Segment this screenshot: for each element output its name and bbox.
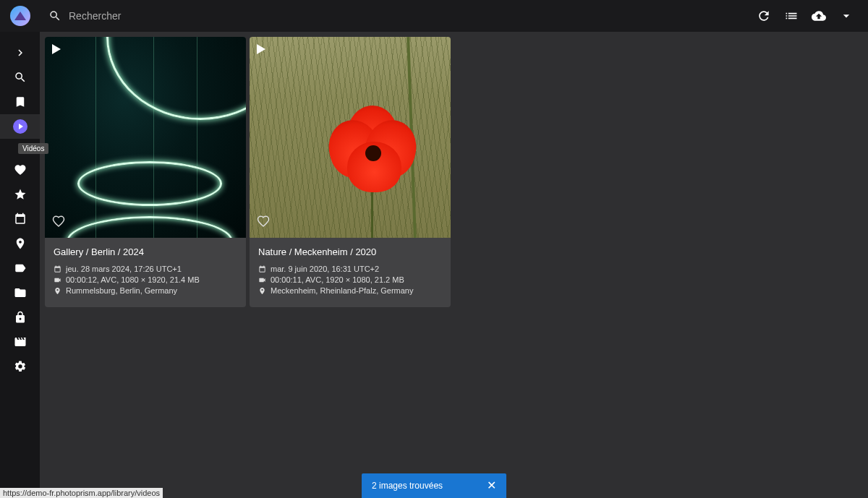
nav-library[interactable] — [0, 330, 40, 354]
card-video-meta: 00:00:11, AVC, 1920 × 1080, 21.2 MB — [271, 275, 404, 284]
nav-tooltip: Vidéos — [18, 143, 48, 154]
app-logo[interactable] — [0, 0, 40, 32]
play-circle-icon — [13, 119, 27, 134]
card-date: mar. 9 juin 2020, 16:31 UTC+2 — [271, 265, 379, 273]
nav-folders[interactable] — [0, 280, 40, 305]
nav-albums[interactable] — [0, 90, 40, 114]
nav-videos[interactable] — [0, 114, 40, 139]
play-icon — [52, 44, 61, 54]
card-video-meta: 00:00:12, AVC, 1080 × 1920, 21.4 MB — [66, 275, 200, 284]
location-icon — [258, 287, 266, 295]
nav-moments[interactable] — [0, 182, 40, 207]
video-card[interactable]: Gallery / Berlin / 2024 jeu. 28 mars 202… — [45, 37, 246, 307]
play-icon — [257, 44, 265, 54]
content-grid: Gallery / Berlin / 2024 jeu. 28 mars 202… — [40, 32, 868, 498]
favorite-toggle[interactable] — [257, 215, 270, 231]
video-thumbnail[interactable] — [250, 37, 451, 238]
nav-search[interactable] — [0, 65, 40, 90]
snackbar: 2 images trouvées ✕ — [362, 473, 506, 498]
refresh-icon[interactable] — [757, 9, 771, 23]
card-date: jeu. 28 mars 2024, 17:26 UTC+1 — [66, 265, 182, 273]
video-card[interactable]: Nature / Meckenheim / 2020 mar. 9 juin 2… — [250, 37, 451, 307]
nav-private[interactable] — [0, 305, 40, 330]
card-info: Nature / Meckenheim / 2020 mar. 9 juin 2… — [250, 238, 451, 307]
video-thumbnail[interactable] — [45, 37, 246, 238]
card-title[interactable]: Nature / Meckenheim / 2020 — [258, 246, 442, 257]
video-icon — [258, 276, 266, 284]
nav-labels[interactable] — [0, 256, 40, 280]
cloud-upload-icon[interactable] — [812, 9, 826, 23]
snackbar-message: 2 images trouvées — [372, 481, 443, 491]
nav-calendar[interactable] — [0, 207, 40, 231]
nav-places[interactable] — [0, 231, 40, 256]
video-icon — [54, 276, 61, 284]
location-icon — [54, 287, 61, 295]
nav-favorites[interactable] — [0, 158, 40, 182]
card-title[interactable]: Gallery / Berlin / 2024 — [54, 246, 237, 257]
app-header — [0, 0, 868, 32]
search-input[interactable] — [69, 10, 757, 22]
nav-expand[interactable] — [0, 40, 40, 65]
status-bar-url: https://demo-fr.photoprism.app/library/v… — [0, 488, 163, 498]
card-location: Rummelsburg, Berlin, Germany — [66, 286, 177, 295]
card-location: Meckenheim, Rheinland-Pfalz, Germany — [271, 286, 413, 295]
search-bar — [40, 9, 757, 22]
search-icon — [48, 9, 61, 22]
chevron-down-icon[interactable] — [839, 9, 854, 23]
card-info: Gallery / Berlin / 2024 jeu. 28 mars 202… — [45, 238, 246, 307]
sidebar — [0, 32, 40, 498]
snackbar-close[interactable]: ✕ — [487, 480, 496, 491]
header-actions — [757, 9, 861, 23]
calendar-icon — [258, 265, 266, 273]
calendar-icon — [54, 265, 61, 273]
view-list-icon[interactable] — [784, 9, 799, 23]
favorite-toggle[interactable] — [52, 215, 65, 231]
nav-settings[interactable] — [0, 354, 40, 379]
